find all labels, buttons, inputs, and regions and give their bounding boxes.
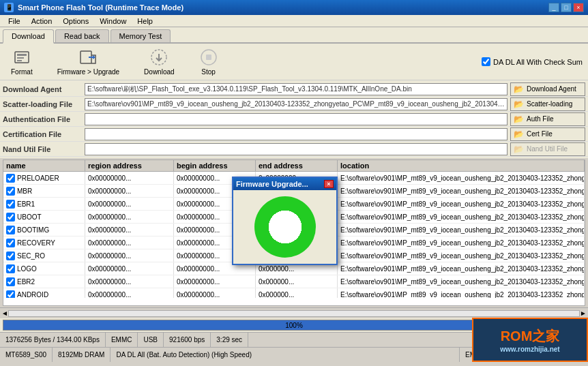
tab-bar: Download Read back Memory Test <box>0 27 588 44</box>
app-icon: 📱 <box>4 3 14 12</box>
menu-bar: File Action Options Window Help <box>0 15 588 27</box>
close-button[interactable]: × <box>573 3 584 12</box>
modal-content <box>233 190 336 264</box>
tab-download[interactable]: Download <box>3 29 54 44</box>
menu-file[interactable]: File <box>3 15 26 27</box>
modal-title-bar: Firmware Upgrade... × <box>233 178 336 190</box>
progress-spinner <box>254 196 316 258</box>
tab-memory[interactable]: Memory Test <box>111 29 171 42</box>
maximize-button[interactable]: □ <box>561 3 572 12</box>
title-bar: 📱 Smart Phone Flash Tool (Runtime Trace … <box>0 0 588 15</box>
minimize-button[interactable]: _ <box>548 3 559 12</box>
menu-options[interactable]: Options <box>57 15 94 27</box>
menu-help[interactable]: Help <box>132 15 158 27</box>
tab-readback[interactable]: Read back <box>55 29 109 42</box>
firmware-upgrade-modal: Firmware Upgrade... × <box>232 177 338 265</box>
window-title: Smart Phone Flash Tool (Runtime Trace Mo… <box>18 3 547 12</box>
modal-title: Firmware Upgrade... <box>236 180 308 188</box>
modal-overlay: Firmware Upgrade... × <box>0 44 588 362</box>
menu-action[interactable]: Action <box>26 15 58 27</box>
modal-close-button[interactable]: × <box>324 180 334 188</box>
menu-window[interactable]: Window <box>94 15 132 27</box>
